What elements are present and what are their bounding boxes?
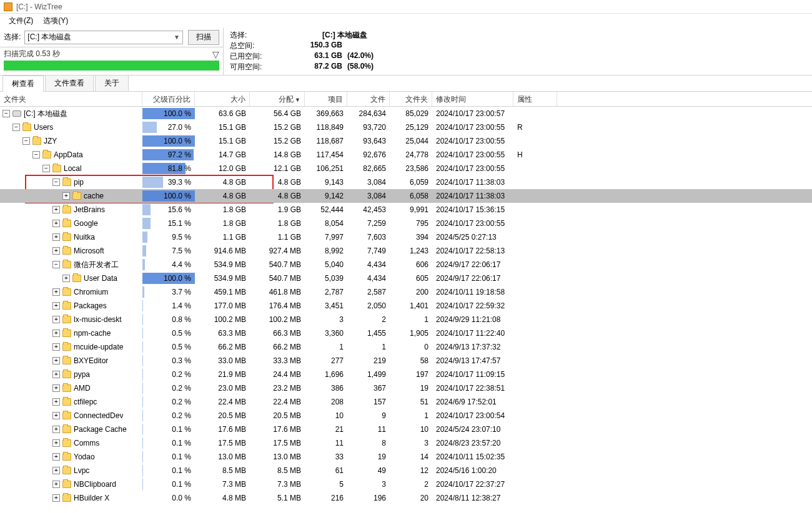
table-row[interactable]: +pypa0.2 %21.9 MB24.4 MB1,6961,499197202… [0,368,812,381]
expand-icon[interactable]: + [52,467,60,474]
table-row[interactable]: +BXYEditor0.3 %33.0 MB33.3 MB27721958202… [0,354,812,368]
tab-file[interactable]: 文件查看 [45,75,94,91]
collapse-icon[interactable]: − [2,110,10,117]
folder-icon [62,398,71,406]
collapse-icon[interactable]: − [52,178,60,186]
drive-select[interactable]: [C:] 本地磁盘 ▼ [24,31,183,44]
folder-icon [62,439,71,447]
expand-icon[interactable]: + [52,398,60,406]
expand-icon[interactable]: + [62,275,70,282]
pct-cell: 100.0 % [142,271,195,285]
items-cell: 2,787 [305,288,347,296]
alloc-cell: 1.1 GB [250,233,305,242]
table-row[interactable]: +cache100.0 %4.8 GB4.8 GB9,1423,0846,058… [0,189,812,203]
expand-icon[interactable]: + [52,384,60,392]
pct-cell: 100.0 % [142,189,195,203]
expand-icon[interactable]: + [52,426,60,433]
col-pct[interactable]: 父级百分比 [142,92,195,106]
filter-icon[interactable]: ▽ [212,49,219,59]
table-row[interactable]: +JetBrains15.6 %1.8 GB1.9 GB52,44442,453… [0,203,812,217]
alloc-cell: 8.5 MB [250,466,305,475]
expand-icon[interactable]: + [52,453,60,461]
table-row[interactable]: −[C:] 本地磁盘100.0 %63.6 GB56.4 GB369,66328… [0,107,812,120]
table-row[interactable]: −JZY100.0 %15.1 GB15.2 GB118,68793,64325… [0,134,812,148]
expand-icon[interactable]: + [52,494,60,502]
table-row[interactable]: +mcuide-update0.5 %66.2 MB66.2 MB1102024… [0,340,812,354]
table-row[interactable]: +Packages1.4 %177.0 MB176.4 MB3,4512,050… [0,299,812,313]
items-cell: 9,142 [305,192,347,200]
date-cell: 2024/10/17 23:00:57 [432,109,513,118]
folder-icon [72,275,81,282]
table-row[interactable]: +Lvpc0.1 %8.5 MB8.5 MB6149122024/5/16 1:… [0,464,812,477]
expand-icon[interactable]: + [52,206,60,213]
expand-icon[interactable]: + [52,412,60,419]
app-icon [4,2,12,11]
expand-icon[interactable]: + [52,481,60,488]
collapse-icon[interactable]: − [32,151,40,159]
items-cell: 5 [305,480,347,489]
table-row[interactable]: +npm-cache0.5 %63.3 MB66.3 MB3,3601,4551… [0,326,812,340]
col-items[interactable]: 项目 [305,92,347,106]
expand-icon[interactable]: + [52,439,60,447]
expand-icon[interactable]: + [52,357,60,364]
titlebar: [C:] - WizTree [0,0,812,14]
col-attr[interactable]: 属性 [513,92,557,106]
col-size[interactable]: 大小 [195,92,250,106]
table-row[interactable]: +Microsoft7.5 %914.6 MB927.4 MB8,9927,74… [0,244,812,258]
table-row[interactable]: +lx-music-deskt0.8 %100.2 MB100.2 MB3212… [0,313,812,326]
table-row[interactable]: −pip39.3 %4.8 GB4.8 GB9,1433,0846,059202… [0,175,812,189]
pct-cell: 0.3 % [142,354,195,368]
table-row[interactable]: −Users27.0 %15.1 GB15.2 GB118,84993,7202… [0,120,812,134]
folder-icon [62,261,71,268]
tab-tree[interactable]: 树查看 [2,76,44,92]
expand-icon[interactable]: + [52,371,60,378]
table-row[interactable]: +AMD0.2 %23.0 MB23.2 MB386367192024/10/1… [0,381,812,395]
table-row[interactable]: +HBuilder X0.0 %4.8 MB5.1 MB216196202024… [0,491,812,505]
scan-button[interactable]: 扫描 [188,30,219,45]
menu-file[interactable]: 文件(Z) [4,14,38,27]
tree-body[interactable]: −[C:] 本地磁盘100.0 %63.6 GB56.4 GB369,66328… [0,107,812,513]
col-date[interactable]: 修改时间 [432,92,513,106]
col-alloc[interactable]: 分配▼ [250,92,305,106]
table-row[interactable]: +NBClipboard0.1 %7.3 MB7.3 MB5322024/10/… [0,477,812,491]
expand-icon[interactable]: + [52,343,60,351]
table-row[interactable]: +User Data100.0 %534.9 MB540.7 MB5,0394,… [0,271,812,285]
folder-cell: +Comms [0,439,142,447]
table-row[interactable]: −AppData97.2 %14.7 GB14.8 GB117,45492,67… [0,148,812,162]
tab-about[interactable]: 关于 [95,75,129,91]
table-row[interactable]: −Local81.8 %12.0 GB12.1 GB106,25182,6652… [0,162,812,175]
collapse-icon[interactable]: − [52,261,60,268]
table-row[interactable]: +Comms0.1 %17.5 MB17.5 MB11832024/8/23 2… [0,436,812,450]
files-cell: 11 [347,425,390,434]
col-files[interactable]: 文件 [347,92,390,106]
folders-cell: 606 [390,260,432,269]
alloc-cell: 100.2 MB [250,315,305,324]
collapse-icon[interactable]: − [12,124,20,131]
expand-icon[interactable]: + [52,316,60,323]
col-folders[interactable]: 文件夹 [390,92,432,106]
table-row[interactable]: +Yodao0.1 %13.0 MB13.0 MB3319142024/10/1… [0,450,812,464]
table-row[interactable]: +Package Cache0.1 %17.6 MB17.6 MB2111102… [0,423,812,436]
expand-icon[interactable]: + [52,247,60,255]
items-cell: 8,054 [305,219,347,228]
table-row[interactable]: +ctfilepc0.2 %22.4 MB22.4 MB208157512024… [0,395,812,409]
expand-icon[interactable]: + [62,192,70,200]
expand-icon[interactable]: + [52,220,60,227]
collapse-icon[interactable]: − [42,165,50,172]
table-row[interactable]: −微信开发者工4.4 %534.9 MB540.7 MB5,0404,43460… [0,258,812,271]
expand-icon[interactable]: + [52,302,60,310]
expand-icon[interactable]: + [52,330,60,337]
folder-icon [62,357,71,364]
folder-cell: +NBClipboard [0,480,142,489]
expand-icon[interactable]: + [52,233,60,241]
table-row[interactable]: +Nuitka9.5 %1.1 GB1.1 GB7,9977,603394202… [0,230,812,244]
expand-icon[interactable]: + [52,288,60,296]
table-row[interactable]: +Chromium3.7 %459.1 MB461.8 MB2,7872,587… [0,285,812,299]
collapse-icon[interactable]: − [22,137,30,145]
table-row[interactable]: +ConnectedDev0.2 %20.5 MB20.5 MB10912024… [0,409,812,423]
col-folder[interactable]: 文件夹 [0,92,142,106]
folder-cell: +mcuide-update [0,343,142,351]
menu-options[interactable]: 选项(Y) [38,14,73,27]
table-row[interactable]: +Google15.1 %1.8 GB1.8 GB8,0547,25979520… [0,217,812,230]
files-cell: 367 [347,384,390,393]
